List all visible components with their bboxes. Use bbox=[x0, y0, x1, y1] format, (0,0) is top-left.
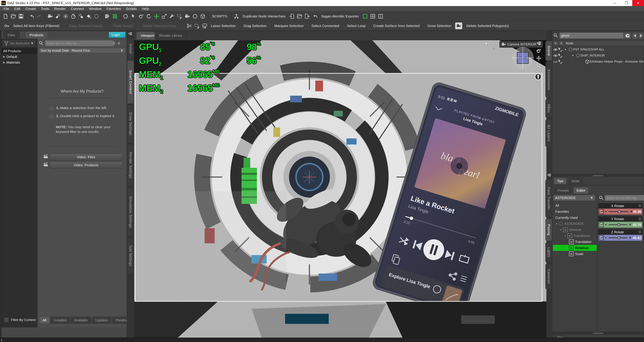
zoom-view-icon[interactable] bbox=[536, 63, 542, 69]
decrement-button[interactable]: − bbox=[605, 236, 607, 240]
select-all-item-keys-button[interactable]: Select All Item Keys (Filtered) bbox=[11, 24, 62, 28]
layers-list-icon[interactable] bbox=[103, 13, 111, 20]
dock-tab-smart-content[interactable]: Smart Content bbox=[127, 60, 134, 104]
menu-connect[interactable]: Connect bbox=[68, 7, 86, 11]
pane-menu-icon[interactable] bbox=[547, 173, 552, 178]
nav-translation[interactable]: GTranslation bbox=[553, 239, 597, 245]
pane-splitter[interactable] bbox=[552, 332, 644, 334]
spot-render-tool-icon[interactable] bbox=[184, 13, 191, 20]
search-back-button[interactable] bbox=[632, 32, 638, 39]
dock-tab-posing[interactable]: Posing bbox=[546, 219, 552, 241]
dock-tab-cameras[interactable]: Cameras bbox=[546, 264, 552, 289]
paste-keys-button[interactable]: Paste Key(s) bbox=[110, 24, 135, 28]
dock-tab-draw-settings[interactable]: Draw Settings bbox=[127, 105, 134, 143]
nav-general[interactable]: ▼GGeneral bbox=[553, 227, 597, 233]
copy-selected-keys-button[interactable]: Copy Selected Key(s) bbox=[66, 24, 105, 28]
y-rotate-slider[interactable]: Y Rotate − + -32.70 bbox=[598, 216, 642, 228]
menu-scripts[interactable]: Scripts bbox=[124, 7, 139, 11]
scripts-label[interactable]: SCRIPTS bbox=[210, 14, 230, 18]
decrement-button[interactable]: − bbox=[605, 222, 607, 227]
export-icon[interactable] bbox=[304, 13, 311, 20]
expand-arrow[interactable]: ▼ bbox=[570, 54, 576, 58]
slider-handle[interactable] bbox=[617, 236, 620, 239]
column-node[interactable]: Node bbox=[564, 41, 644, 46]
category-default[interactable]: ▶Default bbox=[2, 54, 37, 60]
z-rotate-slider[interactable]: Z Rotate − + -45.62 bbox=[598, 229, 642, 241]
video-products-button[interactable]: Video: Products bbox=[50, 162, 122, 169]
slider-value[interactable]: 46.36 bbox=[633, 210, 641, 214]
scene-up-compass-icon[interactable] bbox=[535, 73, 542, 80]
new-gauge-icon[interactable] bbox=[70, 13, 77, 20]
slider-handle[interactable] bbox=[617, 223, 620, 226]
restore-button[interactable]: ❐ bbox=[620, 0, 632, 6]
sort-dropdown[interactable]: Sort by Install Date : Recent First ▼ bbox=[39, 48, 125, 53]
dock-tab-install[interactable]: Install bbox=[127, 39, 134, 59]
undo-icon[interactable] bbox=[28, 13, 36, 20]
pan-view-icon[interactable] bbox=[536, 55, 542, 61]
nav-currently-used[interactable]: Currently Used bbox=[553, 215, 597, 221]
spot-render-camera-icon[interactable] bbox=[455, 23, 462, 29]
dock-tab-tool-settings[interactable]: Tool Settings bbox=[127, 238, 134, 273]
lasso-selection-button[interactable]: Lasso Selection bbox=[209, 24, 238, 28]
login-button[interactable]: Login... bbox=[109, 32, 125, 38]
view-cube-toggle-icon[interactable] bbox=[492, 41, 498, 48]
lasso-select-icon[interactable] bbox=[201, 22, 209, 30]
menu-file[interactable]: File bbox=[1, 7, 12, 11]
new-null-icon[interactable] bbox=[92, 13, 100, 20]
delete-selected-keys-button[interactable]: Delete Selected Keys bbox=[140, 24, 179, 28]
category-all-products[interactable]: All Products bbox=[2, 48, 37, 54]
active-pose-tool-icon[interactable] bbox=[168, 13, 176, 20]
nav-transforms[interactable]: ▼GTransforms bbox=[553, 233, 597, 239]
eye-open-icon[interactable] bbox=[553, 54, 558, 58]
nav-rotation[interactable]: GRotation bbox=[553, 245, 597, 251]
node-label[interactable]: PST SPACESHIP ALL bbox=[573, 48, 604, 51]
x-rotate-slider[interactable]: X Rotate − + 46.36 bbox=[598, 203, 642, 215]
cursor-check-icon[interactable] bbox=[558, 60, 563, 64]
tab-available[interactable]: Available bbox=[71, 317, 92, 324]
redo-icon[interactable] bbox=[36, 13, 43, 20]
menu-edit[interactable]: Edit bbox=[12, 7, 23, 11]
nav-favorites[interactable]: Favorites bbox=[553, 209, 597, 215]
increment-button[interactable]: + bbox=[629, 236, 631, 240]
eye-closed-icon[interactable] bbox=[553, 60, 558, 64]
dock-tab-bj-layers[interactable]: BJ Layers bbox=[546, 119, 552, 147]
node-label[interactable]: SHIP_INTERIOR bbox=[580, 54, 605, 57]
node-select-tool-icon[interactable] bbox=[130, 13, 137, 20]
category-filter-dropdown[interactable]: No Selection ▼ bbox=[2, 40, 36, 47]
pane-menu-icon[interactable] bbox=[128, 32, 132, 37]
slider-value[interactable]: -32.70 bbox=[632, 223, 641, 227]
translate-tool-icon[interactable] bbox=[152, 13, 160, 20]
layout-single-pane-icon[interactable] bbox=[361, 13, 369, 20]
scene-node-row[interactable]: EArkham Helper Props - Emissive Ghost Li… bbox=[553, 59, 644, 65]
slider-value[interactable]: -45.62 bbox=[632, 236, 641, 240]
increment-button[interactable]: + bbox=[630, 209, 632, 214]
dock-tab-environment[interactable]: Environment bbox=[546, 62, 552, 98]
grow-selection-button[interactable]: Grow Selection bbox=[425, 24, 454, 28]
parameter-filter-input[interactable] bbox=[604, 195, 644, 201]
menu-window[interactable]: Window bbox=[86, 7, 104, 11]
increment-button[interactable]: + bbox=[629, 222, 631, 227]
tab-all[interactable]: All bbox=[39, 317, 50, 324]
new-file-icon[interactable] bbox=[2, 13, 10, 20]
scissors-icon[interactable] bbox=[186, 22, 193, 30]
video-files-button[interactable]: Video: Files bbox=[50, 154, 122, 161]
node-dropdown[interactable]: ASTEROIDS ▼ bbox=[553, 195, 595, 201]
filter-by-context-row[interactable]: Filter By Context bbox=[4, 317, 36, 322]
expand-arrow[interactable]: ▼ bbox=[563, 48, 568, 52]
filter-by-context-checkbox[interactable] bbox=[4, 317, 9, 322]
search-forward-button[interactable] bbox=[638, 32, 644, 39]
products-tab[interactable]: Products bbox=[25, 31, 48, 39]
cursor-check-icon[interactable] bbox=[558, 54, 563, 58]
scene-node-row[interactable]: ▼ SHIP_INTERIOR bbox=[553, 53, 644, 59]
pane-menu-icon[interactable] bbox=[536, 40, 542, 47]
dock-tab-scene[interactable]: Scene bbox=[546, 41, 552, 61]
menu-tools[interactable]: Tools bbox=[38, 7, 52, 11]
import-icon[interactable] bbox=[288, 13, 296, 20]
dock-tab-face-transfer[interactable]: Face Transfer bbox=[546, 180, 552, 217]
gear-icon[interactable] bbox=[638, 204, 642, 208]
product-filter-input[interactable] bbox=[45, 40, 114, 47]
rotate-tool-icon[interactable] bbox=[145, 13, 152, 20]
dock-tab-simulation-settings[interactable]: Simulation Settings bbox=[127, 188, 134, 237]
drag-selection-button[interactable]: Drag Selection bbox=[241, 24, 269, 28]
orbit-view-icon[interactable] bbox=[536, 48, 542, 54]
